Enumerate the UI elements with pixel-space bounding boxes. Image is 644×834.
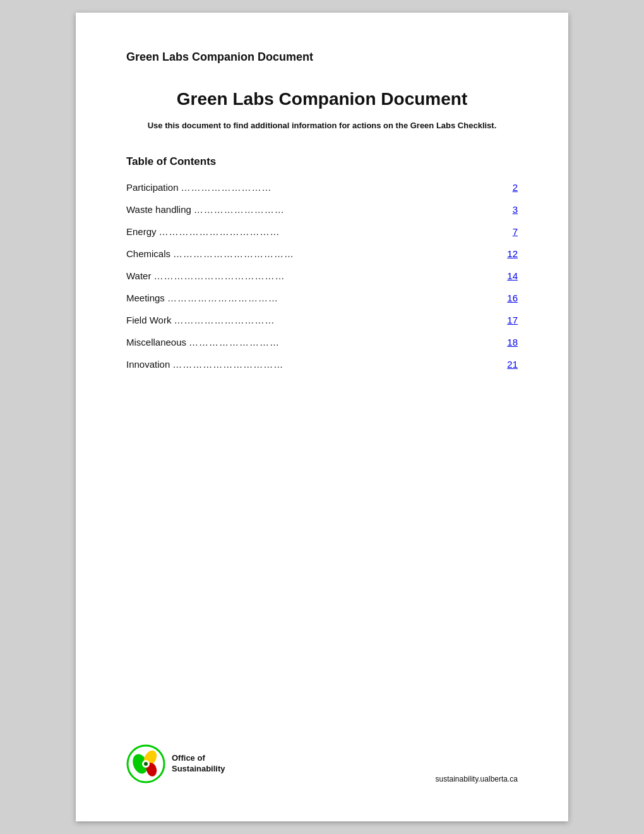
toc-item: Innovation …………………………… 21 bbox=[126, 359, 518, 370]
toc-item-page-link[interactable]: 7 bbox=[513, 226, 518, 237]
toc-item-dots: ………………………… bbox=[174, 315, 504, 325]
toc-item-dots: ……………………… bbox=[194, 204, 510, 215]
doc-subtitle: Use this document to find additional inf… bbox=[126, 121, 518, 130]
svg-point-5 bbox=[144, 762, 148, 766]
toc-item-page-link[interactable]: 21 bbox=[507, 359, 518, 370]
toc-item: Meetings …………………………… 16 bbox=[126, 293, 518, 303]
toc-item: Miscellaneous ……………………… 18 bbox=[126, 337, 518, 348]
toc-item-page-link[interactable]: 18 bbox=[507, 337, 518, 348]
toc-item-page-link[interactable]: 3 bbox=[513, 204, 518, 215]
footer-logo: Office of Sustainability bbox=[126, 744, 225, 783]
doc-title: Green Labs Companion Document bbox=[126, 89, 518, 109]
toc-item-dots: ……………………………… bbox=[159, 226, 510, 237]
toc-item-page-link[interactable]: 17 bbox=[507, 315, 518, 325]
footer: Office of Sustainability sustainability.… bbox=[126, 744, 518, 783]
toc-item-label: Participation bbox=[126, 182, 179, 193]
toc-item: Waste handling ……………………… 3 bbox=[126, 204, 518, 215]
toc-item-label: Chemicals bbox=[126, 248, 170, 259]
browser-title: Green Labs Companion Document bbox=[126, 51, 518, 64]
toc-item-label: Miscellaneous bbox=[126, 337, 186, 348]
toc-item-page-link[interactable]: 12 bbox=[507, 248, 518, 259]
document-page: Green Labs Companion Document Green Labs… bbox=[76, 13, 568, 821]
toc-item-label: Field Work bbox=[126, 315, 171, 325]
toc-item-page-link[interactable]: 14 bbox=[507, 270, 518, 281]
toc-item-dots: ……………………………… bbox=[173, 248, 504, 259]
toc-item: Water ………………………………… 14 bbox=[126, 270, 518, 281]
toc-item-page-link[interactable]: 2 bbox=[513, 182, 518, 193]
toc-item-dots: …………………………… bbox=[167, 293, 504, 303]
footer-url: sustainability.ualberta.ca bbox=[435, 775, 518, 783]
toc-container: Participation ……………………… 2Waste handling … bbox=[126, 182, 518, 370]
toc-item: Field Work ………………………… 17 bbox=[126, 315, 518, 325]
toc-item-label: Innovation bbox=[126, 359, 170, 370]
toc-item-dots: …………………………… bbox=[172, 359, 504, 370]
toc-item-label: Waste handling bbox=[126, 204, 191, 215]
toc-item-dots: ………………………………… bbox=[153, 270, 504, 281]
toc-item-dots: ……………………… bbox=[181, 182, 510, 193]
toc-item-label: Energy bbox=[126, 226, 157, 237]
toc-item-label: Water bbox=[126, 270, 151, 281]
toc-item: Chemicals ……………………………… 12 bbox=[126, 248, 518, 259]
toc-heading: Table of Contents bbox=[126, 155, 518, 168]
toc-item: Participation ……………………… 2 bbox=[126, 182, 518, 193]
footer-logo-text: Office of Sustainability bbox=[172, 753, 225, 775]
office-of-sustainability-logo-icon bbox=[126, 744, 165, 783]
toc-item-label: Meetings bbox=[126, 293, 165, 303]
toc-item: Energy ……………………………… 7 bbox=[126, 226, 518, 237]
toc-item-page-link[interactable]: 16 bbox=[507, 293, 518, 303]
toc-item-dots: ……………………… bbox=[189, 337, 504, 348]
